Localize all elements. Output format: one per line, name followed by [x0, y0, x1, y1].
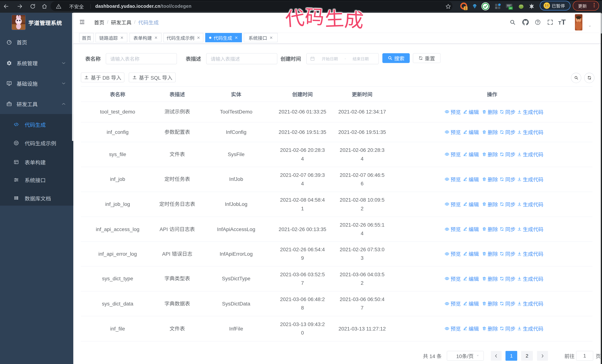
svg-text:on: on: [509, 7, 512, 10]
svg-text:1: 1: [465, 7, 466, 10]
